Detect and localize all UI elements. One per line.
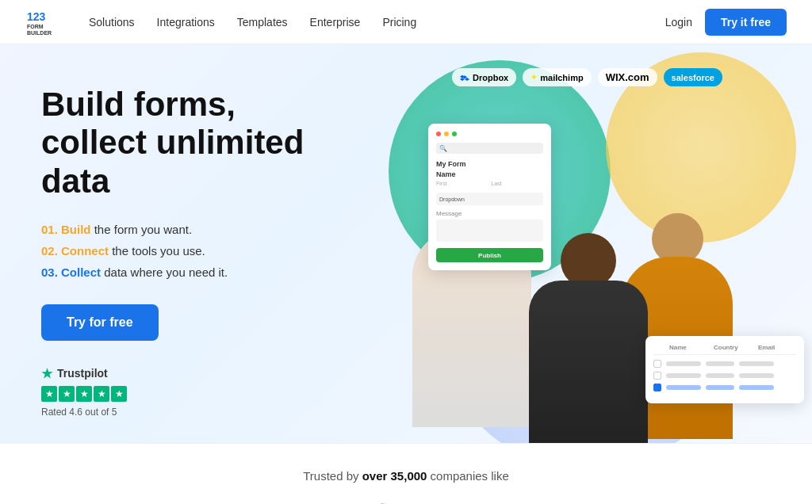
trusted-text: Trusted by over 35,000 companies like xyxy=(25,469,787,483)
nav-enterprise[interactable]: Enterprise xyxy=(310,16,361,29)
trusted-section: Trusted by over 35,000 companies like HI… xyxy=(0,443,812,504)
logo[interactable]: 123 FORM BUILDER xyxy=(25,8,60,36)
table-row-2 xyxy=(653,372,796,380)
star-4: ★ xyxy=(94,386,109,402)
navbar: 123 FORM BUILDER Solutions Integrations … xyxy=(0,0,812,44)
col-name: Name xyxy=(669,344,707,351)
trusted-prefix: Trusted by xyxy=(303,469,362,483)
form-last-label: Last xyxy=(492,181,544,186)
try-free-nav-button[interactable]: Try it free xyxy=(705,9,787,36)
star-2: ★ xyxy=(59,386,75,402)
cell-2-email xyxy=(739,373,774,378)
form-message-label: Message xyxy=(436,210,543,217)
mockup-dots xyxy=(436,132,543,136)
cell-1-country xyxy=(706,361,734,366)
table-header: Name Country Email xyxy=(653,344,796,355)
step3-num: 03. xyxy=(41,265,58,279)
step-2: 02. Connect the tools you use. xyxy=(41,244,339,258)
cell-2-name xyxy=(666,373,701,378)
nav-integrations[interactable]: Integrations xyxy=(157,16,215,29)
form-dropdown-text: Dropdown xyxy=(439,197,465,202)
step-1: 01. Build the form you want. xyxy=(41,223,339,236)
step1-num: 01. xyxy=(41,223,58,236)
try-for-free-button[interactable]: Try for free xyxy=(41,304,159,341)
table-row-1 xyxy=(653,360,796,368)
form-title: My Form xyxy=(436,160,543,168)
star-5: ★ xyxy=(111,386,127,402)
hero-steps: 01. Build the form you want. 02. Connect… xyxy=(41,223,339,279)
cell-3-country xyxy=(706,385,734,390)
hero-section: Build forms, collect unlimited data 01. … xyxy=(0,44,812,443)
dot-green xyxy=(452,132,457,136)
cell-1-name xyxy=(666,361,701,366)
form-textarea xyxy=(436,220,543,242)
dot-yellow xyxy=(444,132,449,136)
trustpilot-rating: Rated 4.6 out of 5 xyxy=(41,407,339,418)
form-publish-btn[interactable]: Publish xyxy=(436,248,543,262)
step2-keyword: Connect xyxy=(61,244,112,258)
form-name-label: Name xyxy=(436,170,543,178)
col-email: Email xyxy=(758,344,796,351)
form-mockup: 🔍 My Form Name First Last Dropdown Messa… xyxy=(428,124,551,270)
table-row-3 xyxy=(653,384,796,391)
nav-solutions[interactable]: Solutions xyxy=(89,16,135,29)
checkbox-2[interactable] xyxy=(653,372,661,380)
svg-text:123: 123 xyxy=(27,10,46,23)
svg-text:BUILDER: BUILDER xyxy=(27,30,52,36)
hero-right: Dropbox ✦ mailchimp WIX.com salesforce xyxy=(365,44,812,443)
step-3: 03. Collect data where you need it. xyxy=(41,265,339,279)
cell-1-email xyxy=(739,361,774,366)
star-3: ★ xyxy=(76,386,92,402)
svg-text:FORM: FORM xyxy=(27,24,44,29)
checkbox-1[interactable] xyxy=(653,360,661,368)
trusted-count: over 35,000 xyxy=(362,469,427,483)
form-dropdown: Dropdown xyxy=(436,193,543,205)
hero-left: Build forms, collect unlimited data 01. … xyxy=(0,44,365,443)
star-1: ★ xyxy=(41,386,57,402)
hero-title: Build forms, collect unlimited data xyxy=(41,86,339,200)
dot-red xyxy=(436,132,441,136)
trustpilot-widget: ★ Trustpilot ★ ★ ★ ★ ★ Rated 4.6 out of … xyxy=(41,366,339,418)
step2-text: the tools you use. xyxy=(112,244,205,258)
cell-3-name xyxy=(666,385,701,390)
nav-right: Login Try it free xyxy=(665,9,787,36)
cell-3-email xyxy=(739,385,774,390)
nav-pricing[interactable]: Pricing xyxy=(382,16,416,29)
step1-keyword: Build xyxy=(61,223,94,236)
trustpilot-stars: ★ ★ ★ ★ ★ xyxy=(41,386,339,402)
login-button[interactable]: Login xyxy=(665,16,692,29)
trustpilot-label: Trustpilot xyxy=(57,367,108,380)
trusted-suffix: companies like xyxy=(427,469,508,483)
checkbox-3[interactable] xyxy=(653,384,661,391)
col-country: Country xyxy=(714,344,752,351)
step1-text: the form you want. xyxy=(94,223,192,236)
nav-templates[interactable]: Templates xyxy=(237,16,288,29)
trustpilot-star-icon: ★ xyxy=(41,366,52,381)
cell-2-country xyxy=(706,373,734,378)
step2-num: 02. xyxy=(41,244,58,258)
form-first-label: First xyxy=(436,181,488,186)
step3-keyword: Collect xyxy=(61,265,104,279)
step3-text: data where you need it. xyxy=(104,265,228,279)
nav-links: Solutions Integrations Templates Enterpr… xyxy=(89,16,665,29)
table-mockup: Name Country Email xyxy=(645,336,804,403)
publish-text: Publish xyxy=(478,252,501,259)
